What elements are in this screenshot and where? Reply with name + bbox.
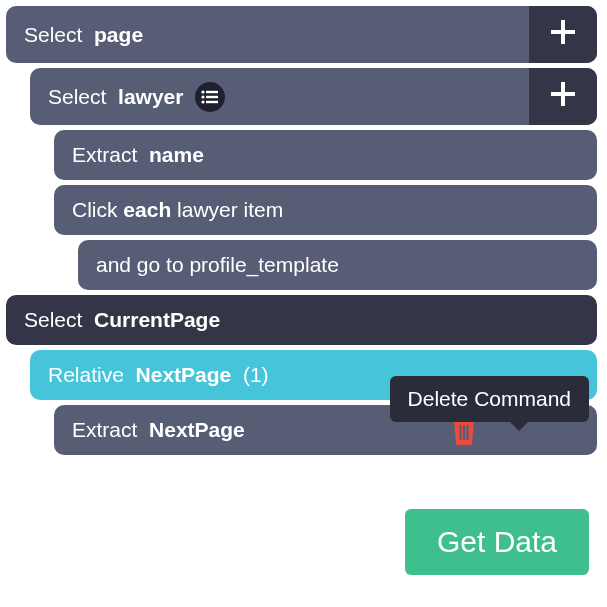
command-label: and go to profile_template [96, 253, 339, 277]
command-select-currentpage[interactable]: Select CurrentPage [6, 295, 597, 345]
command-select-page[interactable]: Select page [6, 6, 597, 63]
list-icon [201, 85, 219, 109]
svg-point-0 [202, 90, 205, 93]
svg-rect-3 [206, 95, 218, 97]
command-label: Select CurrentPage [24, 308, 220, 332]
command-label: Select page [24, 23, 143, 47]
svg-rect-7 [463, 425, 465, 440]
command-label: Extract name [72, 143, 204, 167]
plus-icon [547, 78, 579, 115]
get-data-button[interactable]: Get Data [405, 509, 589, 575]
add-button[interactable] [529, 6, 597, 63]
svg-point-4 [202, 100, 205, 103]
plus-icon [547, 16, 579, 53]
svg-rect-6 [460, 425, 462, 440]
command-select-lawyer[interactable]: Select lawyer [30, 68, 597, 125]
command-label: Select lawyer [48, 85, 183, 109]
svg-rect-8 [467, 425, 469, 440]
command-goto-template[interactable]: and go to profile_template [78, 240, 597, 290]
svg-rect-1 [206, 90, 218, 92]
svg-rect-5 [206, 100, 218, 102]
tooltip-delete-command: Delete Command [390, 376, 589, 422]
add-button[interactable] [529, 68, 597, 125]
command-label: Click each lawyer item [72, 198, 283, 222]
command-extract-name[interactable]: Extract name [54, 130, 597, 180]
command-click-each[interactable]: Click each lawyer item [54, 185, 597, 235]
list-badge[interactable] [195, 82, 225, 112]
command-label: Relative NextPage (1) [48, 363, 269, 387]
svg-point-2 [202, 95, 205, 98]
command-label: Extract NextPage [72, 418, 245, 442]
